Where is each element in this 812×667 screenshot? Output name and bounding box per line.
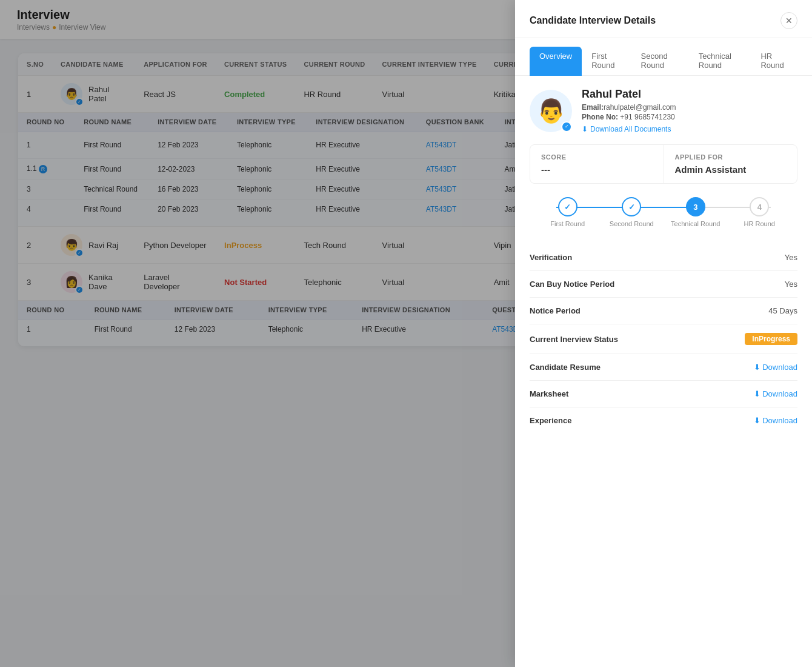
applied-box: APPLIED FOR Admin Assistant: [664, 145, 797, 183]
info-value-notice-period-buy: Yes: [785, 280, 797, 289]
step-circle-technical: 3: [686, 197, 705, 216]
score-value: ---: [541, 164, 653, 175]
round-stepper: ✓ First Round ✓ Second Round 3 Technical…: [530, 197, 797, 227]
candidate-interview-modal: Candidate Interview Details ✕ Overview F…: [515, 0, 812, 667]
info-value-notice-period: 45 Days: [768, 306, 797, 315]
tab-first-round[interactable]: First Round: [582, 47, 631, 76]
candidate-email: Email:rahulpatel@gmail.com: [582, 103, 797, 112]
download-all-button[interactable]: ⬇ Download All Documents: [582, 125, 797, 133]
info-label-notice-period: Notice Period: [530, 306, 581, 315]
info-row-experience: Experience ⬇ Download: [530, 407, 797, 434]
info-label-notice-period-buy: Can Buy Notice Period: [530, 280, 614, 289]
modal-tabs: Overview First Round Second Round Techni…: [515, 38, 812, 76]
tab-second-round[interactable]: Second Round: [631, 47, 689, 76]
modal-body: 👨 ✓ Rahul Patel Email:rahulpatel@gmail.c…: [515, 76, 812, 446]
download-marksheet-button[interactable]: ⬇ Download: [754, 389, 797, 398]
candidate-avatar-badge: ✓: [561, 121, 572, 132]
download-resume-button[interactable]: ⬇ Download: [754, 363, 797, 372]
info-label-verification: Verification: [530, 253, 572, 262]
step-circle-first: ✓: [558, 197, 577, 216]
info-row-resume: Candidate Resume ⬇ Download: [530, 354, 797, 381]
step-label-technical: Technical Round: [671, 220, 720, 227]
candidate-header: 👨 ✓ Rahul Patel Email:rahulpatel@gmail.c…: [530, 88, 797, 133]
candidate-phone: Phone No: +91 9685741230: [582, 113, 797, 121]
modal-close-button[interactable]: ✕: [780, 12, 797, 29]
step-circle-hr: 4: [750, 197, 769, 216]
avatar-container: 👨 ✓: [530, 90, 572, 132]
modal-overlay[interactable]: Candidate Interview Details ✕ Overview F…: [0, 0, 812, 667]
info-label-marksheet: Marksheet: [530, 389, 568, 398]
step-second-round: ✓ Second Round: [600, 197, 664, 227]
info-row-notice-period: Notice Period 45 Days: [530, 298, 797, 324]
score-label: SCORE: [541, 153, 653, 161]
tab-hr-round[interactable]: HR Round: [751, 47, 797, 76]
info-label-interview-status: Current Inerview Status: [530, 335, 618, 344]
step-label-hr: HR Round: [744, 220, 775, 227]
modal-title: Candidate Interview Details: [530, 15, 656, 26]
candidate-name: Rahul Patel: [582, 88, 797, 101]
step-hr-round: 4 HR Round: [728, 197, 792, 227]
info-row-interview-status: Current Inerview Status InProgress: [530, 324, 797, 354]
tab-technical-round[interactable]: Technical Round: [689, 47, 751, 76]
step-first-round: ✓ First Round: [536, 197, 600, 227]
step-label-first: First Round: [550, 220, 585, 227]
modal-header: Candidate Interview Details ✕: [515, 0, 812, 38]
tab-overview[interactable]: Overview: [530, 47, 582, 76]
applied-label: APPLIED FOR: [675, 153, 787, 161]
info-label-resume: Candidate Resume: [530, 363, 601, 372]
candidate-info: Rahul Patel Email:rahulpatel@gmail.com P…: [582, 88, 797, 133]
info-row-marksheet: Marksheet ⬇ Download: [530, 381, 797, 407]
info-label-experience: Experience: [530, 416, 571, 425]
download-experience-button[interactable]: ⬇ Download: [754, 416, 797, 425]
status-badge-inprogress: InProgress: [745, 333, 797, 345]
info-row-notice-period-buy: Can Buy Notice Period Yes: [530, 271, 797, 298]
score-applied-row: SCORE --- APPLIED FOR Admin Assistant: [530, 144, 797, 184]
step-circle-second: ✓: [622, 197, 641, 216]
info-value-verification: Yes: [785, 253, 797, 262]
score-box: SCORE ---: [530, 145, 664, 183]
info-row-verification: Verification Yes: [530, 244, 797, 271]
step-technical-round: 3 Technical Round: [664, 197, 728, 227]
applied-value: Admin Assistant: [675, 164, 787, 175]
step-label-second: Second Round: [610, 220, 654, 227]
